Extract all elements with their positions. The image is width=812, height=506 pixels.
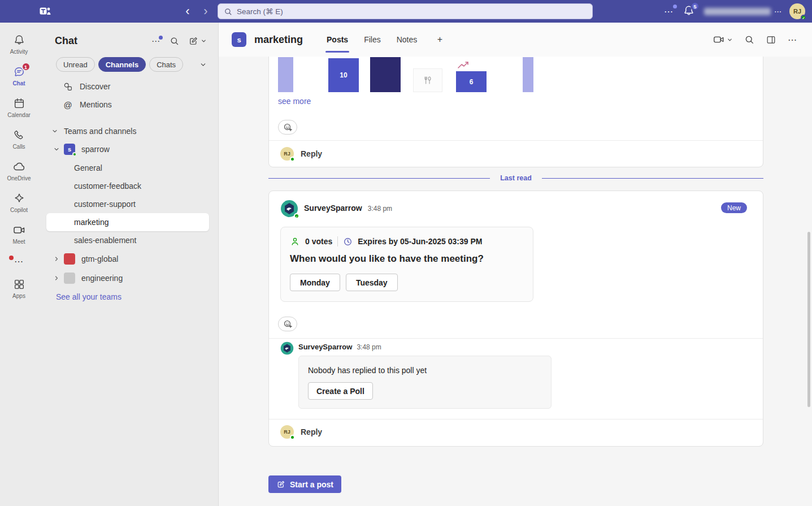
search-bar[interactable]: [218, 3, 593, 19]
chat-sidebar: Chat ⋯: [38, 23, 219, 506]
filter-chats[interactable]: Chats: [149, 57, 183, 72]
chart-bar: [278, 57, 293, 92]
rail-item-meet[interactable]: Meet: [0, 219, 38, 249]
more-options-button[interactable]: ⋯: [663, 5, 675, 18]
add-reaction-button[interactable]: [278, 317, 297, 331]
reply-timestamp: 3:48 pm: [357, 343, 381, 351]
channel-customer-support[interactable]: customer-support: [46, 195, 209, 213]
poll-expiry: Expires by 05-Jun-2025 03:39 PM: [358, 237, 482, 246]
rail-item-apps[interactable]: Apps: [0, 274, 38, 303]
chevron-right-icon: [51, 275, 62, 282]
team-gtm-global[interactable]: gtm-global: [38, 249, 218, 269]
ellipsis-icon: ⋯: [12, 254, 26, 268]
apps-grid-icon: [12, 278, 26, 291]
chevron-down-icon: [50, 128, 60, 135]
message-card-poll: ✓ SurveySparrow 3:48 pm New 0 votes: [268, 191, 763, 447]
search-icon: [224, 7, 232, 16]
cloud-icon: [12, 160, 26, 174]
chevron-down-icon: [201, 38, 207, 44]
rail-item-more[interactable]: ⋯: [0, 251, 38, 271]
bell-icon: [12, 33, 26, 47]
channel-sales-enablement[interactable]: sales-enablement: [46, 231, 209, 249]
rail-item-calls[interactable]: Calls: [0, 124, 38, 154]
avatar: RJ: [280, 425, 294, 439]
meet-now-button[interactable]: [713, 33, 733, 46]
start-a-post-button[interactable]: Start a post: [268, 475, 341, 493]
avatar[interactable]: RJ ✓: [789, 3, 805, 19]
reply-text: Nobody has replied to this poll yet: [308, 366, 427, 375]
person-icon: [290, 236, 300, 246]
discover-shapes-icon: [62, 81, 73, 92]
tab-posts[interactable]: Posts: [327, 23, 348, 57]
reply-row[interactable]: RJ Reply: [280, 147, 322, 161]
back-button[interactable]: ‹: [180, 2, 196, 20]
channel-marketing[interactable]: marketing: [46, 213, 209, 231]
sidebar-search-icon[interactable]: [170, 36, 179, 46]
calendar-icon: [12, 97, 26, 110]
collapse-chevron-icon[interactable]: [199, 61, 207, 68]
divider: [337, 236, 338, 246]
notifications-bell-icon[interactable]: 5: [683, 5, 696, 18]
utensils-icon: [413, 68, 442, 92]
see-all-teams-link[interactable]: See all your teams: [56, 292, 218, 301]
rail-item-copilot[interactable]: Copilot: [0, 188, 38, 217]
reply-author: SurveySparrow: [298, 343, 352, 351]
channel-avatar: s: [232, 32, 246, 47]
add-reaction-button[interactable]: [278, 120, 297, 135]
teams-logo-icon[interactable]: [38, 5, 52, 18]
rail-item-chat[interactable]: 1 Chat: [0, 61, 38, 90]
presence-indicator: ✓: [801, 15, 806, 20]
poll-question: When would you like to have the meeting?: [290, 253, 484, 265]
open-panel-icon[interactable]: [766, 34, 776, 45]
sidebar-item-mentions[interactable]: @ Mentions: [38, 96, 218, 114]
video-camera-icon: [713, 33, 725, 46]
message-card-partial: 10 6 see more: [268, 57, 763, 167]
top-bar: ‹ › ⋯ 5 ⋯ RJ ✓: [0, 0, 812, 23]
forward-button[interactable]: ›: [198, 2, 214, 20]
video-camera-icon: [12, 223, 26, 237]
presence-indicator: [290, 435, 295, 440]
rail-item-onedrive[interactable]: OneDrive: [0, 156, 38, 185]
sidebar-notification-dot: [159, 36, 163, 40]
new-chat-button[interactable]: [188, 36, 207, 46]
divider: [269, 338, 763, 339]
create-poll-button[interactable]: Create a Poll: [308, 382, 373, 400]
user-name-ellipsis: ⋯: [774, 7, 781, 16]
rail-item-calendar[interactable]: Calendar: [0, 93, 38, 122]
teams-and-channels-section[interactable]: Teams and channels: [38, 123, 218, 140]
tab-notes[interactable]: Notes: [397, 23, 418, 57]
poll-option-monday[interactable]: Monday: [290, 274, 340, 291]
poll-option-tuesday[interactable]: Tuesday: [346, 274, 398, 291]
sidebar-more-button[interactable]: ⋯: [151, 36, 160, 46]
scrollbar[interactable]: [807, 232, 810, 407]
chart-bar: [370, 57, 401, 92]
filter-unread[interactable]: Unread: [56, 57, 95, 72]
emoji-add-icon: [283, 123, 293, 132]
search-input[interactable]: [237, 7, 587, 16]
add-tab-button[interactable]: +: [433, 33, 446, 46]
sidebar-title: Chat: [55, 35, 77, 47]
app-rail: Activity 1 Chat Calendar: [0, 23, 38, 506]
surveysparrow-avatar: [280, 341, 294, 355]
tab-files[interactable]: Files: [364, 23, 381, 57]
reply-row[interactable]: RJ Reply: [280, 425, 322, 439]
team-sparrow[interactable]: s sparrow: [38, 140, 218, 159]
compose-icon: [276, 480, 285, 489]
see-more-link[interactable]: see more: [278, 97, 311, 106]
poll-card: 0 votes Expires by 05-Jun-2025 03:39 PM …: [280, 227, 533, 302]
channel-more-button[interactable]: ⋯: [788, 34, 797, 45]
filter-channels[interactable]: Channels: [98, 57, 146, 72]
rail-item-activity[interactable]: Activity: [0, 29, 38, 59]
team-engineering[interactable]: engineering: [38, 269, 218, 288]
channel-customer-feedback[interactable]: customer-feedback: [46, 177, 209, 195]
new-message-badge: New: [721, 202, 747, 213]
poll-results-image[interactable]: 10 6: [278, 57, 533, 92]
channel-tabs: Posts Files Notes +: [327, 23, 446, 57]
message-feed: 10 6 see more: [219, 57, 812, 506]
channel-general[interactable]: General: [46, 159, 209, 177]
sidebar-item-discover[interactable]: Discover: [38, 77, 218, 96]
reply-bubble: Nobody has replied to this poll yet Crea…: [298, 356, 552, 409]
channel-search-icon[interactable]: [744, 34, 754, 45]
message-author: SurveySparrow: [304, 204, 362, 213]
team-sparrow-avatar: s: [64, 144, 75, 155]
